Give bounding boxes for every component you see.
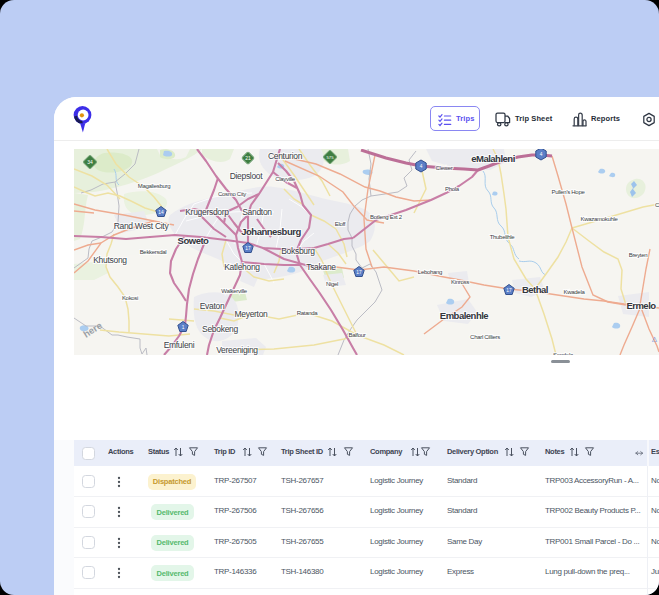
svg-text:14: 14 bbox=[158, 210, 164, 215]
svg-text:Kokosi: Kokosi bbox=[122, 295, 138, 301]
svg-text:Kinross: Kinross bbox=[451, 279, 469, 285]
svg-text:Boksburg: Boksburg bbox=[281, 246, 315, 256]
svg-text:Balfour: Balfour bbox=[349, 332, 366, 338]
svg-text:Vereeniging: Vereeniging bbox=[216, 345, 258, 355]
svg-text:Phola: Phola bbox=[445, 186, 460, 192]
svg-text:Cosmo City: Cosmo City bbox=[218, 191, 246, 197]
svg-text:34: 34 bbox=[87, 159, 93, 165]
svg-text:Breyten: Breyten bbox=[629, 252, 648, 258]
svg-text:Lebohang: Lebohang bbox=[418, 269, 442, 275]
svg-text:Thubelihle: Thubelihle bbox=[490, 234, 516, 240]
svg-text:Kwadela: Kwadela bbox=[564, 289, 586, 295]
svg-text:Bethal: Bethal bbox=[522, 284, 548, 295]
svg-text:Sandton: Sandton bbox=[242, 207, 272, 217]
svg-text:Clayville: Clayville bbox=[275, 176, 296, 182]
svg-text:Embalenhle: Embalenhle bbox=[440, 310, 489, 321]
svg-text:Diepsloot: Diepsloot bbox=[230, 171, 264, 181]
svg-text:575: 575 bbox=[327, 155, 335, 160]
svg-text:Walkerville: Walkerville bbox=[221, 288, 247, 294]
svg-text:17: 17 bbox=[245, 246, 251, 251]
svg-text:Eloff: Eloff bbox=[335, 221, 346, 227]
svg-text:Johannesburg: Johannesburg bbox=[241, 226, 301, 237]
svg-text:Soweto: Soweto bbox=[178, 235, 209, 246]
svg-text:Ermelo: Ermelo bbox=[626, 300, 656, 311]
svg-text:Centurion: Centurion bbox=[268, 151, 303, 161]
svg-text:Nigel: Nigel bbox=[326, 281, 338, 287]
svg-text:21: 21 bbox=[245, 155, 251, 161]
svg-text:Katlehong: Katlehong bbox=[224, 262, 260, 272]
svg-text:Pullen's Hope: Pullen's Hope bbox=[552, 189, 586, 195]
svg-text:Magaliesburg: Magaliesburg bbox=[138, 183, 170, 189]
svg-text:Ratanda: Ratanda bbox=[297, 310, 319, 316]
svg-text:Clewer: Clewer bbox=[436, 165, 453, 171]
svg-text:Rand West City: Rand West City bbox=[114, 221, 170, 231]
svg-text:4: 4 bbox=[420, 164, 423, 169]
svg-text:4: 4 bbox=[540, 152, 543, 157]
svg-text:17: 17 bbox=[356, 270, 362, 275]
svg-text:Tsakane: Tsakane bbox=[306, 262, 336, 272]
svg-text:Emfuleni: Emfuleni bbox=[164, 340, 195, 350]
svg-text:Meyerton: Meyerton bbox=[234, 309, 268, 319]
svg-text:Sebokeng: Sebokeng bbox=[202, 324, 238, 334]
svg-text:1: 1 bbox=[182, 325, 185, 330]
svg-text:△: △ bbox=[652, 335, 657, 342]
svg-text:Botleng Ext 2: Botleng Ext 2 bbox=[370, 214, 403, 220]
svg-text:17: 17 bbox=[506, 288, 512, 293]
svg-text:Evaton: Evaton bbox=[200, 301, 225, 311]
svg-text:Kwazamokuhle: Kwazamokuhle bbox=[580, 216, 618, 222]
svg-text:Sondela: Sondela bbox=[553, 352, 574, 355]
svg-text:Bekkersdal: Bekkersdal bbox=[140, 249, 167, 255]
svg-text:Krugersdorp: Krugersdorp bbox=[185, 207, 229, 217]
svg-text:Khutsong: Khutsong bbox=[93, 255, 127, 265]
svg-text:Charl Cilliers: Charl Cilliers bbox=[470, 334, 500, 340]
svg-text:Ca...: Ca... bbox=[655, 202, 659, 208]
svg-text:eMalahleni: eMalahleni bbox=[471, 153, 515, 164]
